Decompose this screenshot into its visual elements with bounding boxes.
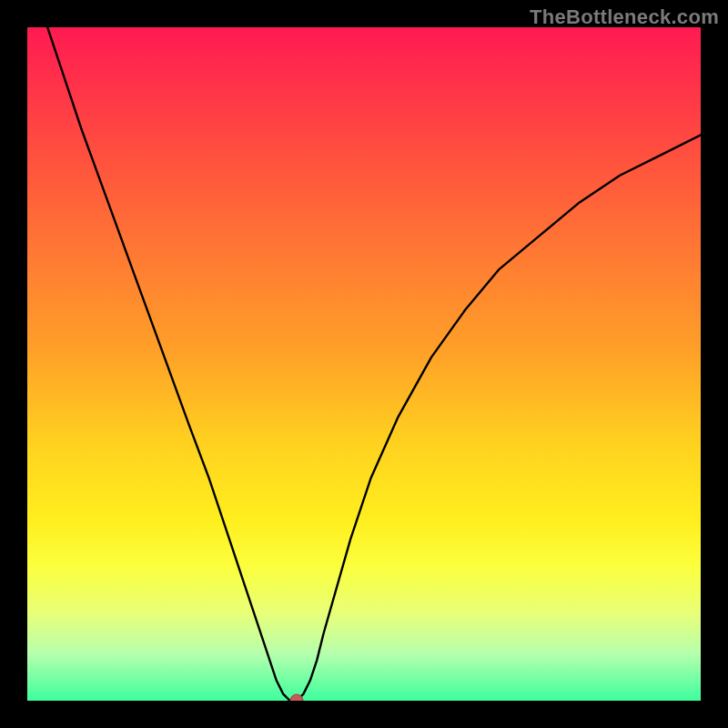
chart-outer-frame: TheBottleneck.com bbox=[0, 0, 728, 728]
chart-curve bbox=[47, 27, 701, 701]
watermark-text: TheBottleneck.com bbox=[530, 5, 719, 29]
chart-plot-area bbox=[27, 27, 701, 701]
chart-svg bbox=[27, 27, 701, 701]
